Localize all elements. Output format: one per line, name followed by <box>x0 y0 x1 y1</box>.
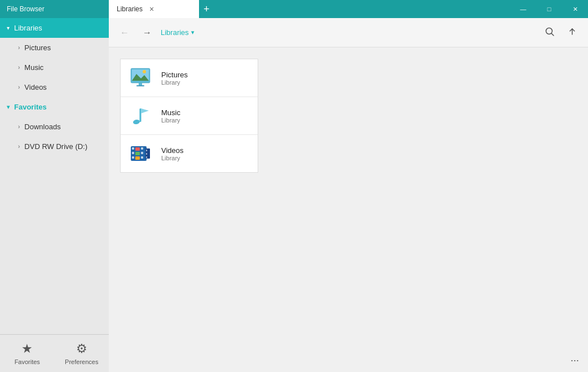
svg-point-10 <box>132 119 140 125</box>
star-icon: ★ <box>21 342 33 356</box>
library-item-pictures[interactable]: Pictures Library <box>121 59 258 97</box>
svg-rect-14 <box>132 152 134 154</box>
favorites-chevron-icon: ▾ <box>7 104 10 110</box>
tab-close-button[interactable]: × <box>149 5 154 13</box>
sidebar-item-dvd[interactable]: › DVD RW Drive (D:) <box>0 137 109 156</box>
svg-rect-18 <box>141 156 143 159</box>
music-info: Music Library <box>161 108 180 124</box>
tab-area: Libraries × + <box>109 0 510 18</box>
sidebar-item-videos[interactable]: › Videos <box>0 77 109 97</box>
forward-button[interactable]: → <box>138 24 156 42</box>
library-item-music[interactable]: Music Library <box>121 97 258 135</box>
sidebar-item-libraries[interactable]: ▾ Libraries <box>0 18 109 38</box>
minimize-button[interactable]: — <box>510 0 536 18</box>
more-options-button[interactable]: ··· <box>571 355 579 366</box>
sidebar-item-music[interactable]: › Music <box>0 58 109 77</box>
svg-rect-24 <box>146 153 147 155</box>
videos-info: Videos Library <box>161 146 184 161</box>
videos-chevron-icon: › <box>18 84 20 90</box>
sidebar-item-pictures[interactable]: › Pictures <box>0 38 109 58</box>
maximize-button[interactable]: □ <box>536 0 562 18</box>
tab-add-button[interactable]: + <box>199 4 214 14</box>
main-container: ▾ Libraries › Pictures › Music › Videos … <box>0 18 588 372</box>
preferences-bottom-button[interactable]: ⚙ Preferences <box>55 335 109 372</box>
close-button[interactable]: ✕ <box>562 0 588 18</box>
music-name: Music <box>161 108 180 117</box>
svg-rect-17 <box>141 152 143 154</box>
gear-icon: ⚙ <box>76 342 87 356</box>
svg-rect-5 <box>132 69 149 76</box>
tab-label: Libraries <box>117 5 143 13</box>
window-controls: — □ ✕ <box>510 0 588 18</box>
preferences-bottom-label: Preferences <box>65 358 98 365</box>
svg-rect-15 <box>132 156 134 159</box>
content-area: Pictures Library <box>109 47 588 372</box>
libraries-chevron-icon: ▾ <box>7 25 10 31</box>
svg-rect-25 <box>146 156 147 158</box>
videos-type: Library <box>161 155 184 161</box>
library-list: Pictures Library <box>120 59 258 173</box>
up-icon <box>567 27 577 39</box>
content-wrapper: ← → Libraries ▾ <box>109 18 588 372</box>
svg-point-7 <box>143 70 146 73</box>
svg-rect-21 <box>135 156 140 160</box>
sidebar-item-downloads[interactable]: › Downloads <box>0 117 109 137</box>
pictures-chevron-icon: › <box>18 45 20 51</box>
favorites-bottom-label: Favorites <box>15 358 40 365</box>
pictures-info: Pictures Library <box>161 71 188 86</box>
sidebar-bottom: ★ Favorites ⚙ Preferences <box>0 334 109 372</box>
downloads-chevron-icon: › <box>18 124 20 130</box>
svg-point-0 <box>546 28 552 34</box>
sidebar-section-favorites[interactable]: ▾ Favorites <box>0 97 109 117</box>
videos-icon <box>129 142 152 165</box>
svg-rect-20 <box>135 152 140 155</box>
sidebar-pictures-label: Pictures <box>24 43 51 52</box>
sidebar-dvd-label: DVD RW Drive (D:) <box>24 142 87 151</box>
pictures-icon <box>129 66 152 90</box>
back-button[interactable]: ← <box>116 24 134 42</box>
search-icon <box>545 27 555 39</box>
music-icon <box>129 104 152 128</box>
sidebar: ▾ Libraries › Pictures › Music › Videos … <box>0 18 109 372</box>
music-type: Library <box>161 117 180 124</box>
breadcrumb[interactable]: Libraries ▾ <box>161 28 194 37</box>
svg-rect-16 <box>141 147 143 150</box>
svg-rect-23 <box>146 150 147 151</box>
svg-rect-9 <box>136 85 144 86</box>
svg-rect-8 <box>139 83 142 85</box>
pictures-name: Pictures <box>161 71 188 79</box>
sidebar-favorites-label: Favorites <box>14 103 47 111</box>
sidebar-downloads-label: Downloads <box>24 122 60 131</box>
favorites-bottom-button[interactable]: ★ Favorites <box>0 335 55 372</box>
address-bar: ← → Libraries ▾ <box>109 18 588 47</box>
svg-line-1 <box>552 33 554 36</box>
pictures-type: Library <box>161 79 188 86</box>
svg-rect-13 <box>132 147 134 150</box>
videos-name: Videos <box>161 146 184 155</box>
breadcrumb-chevron-icon: ▾ <box>191 29 194 36</box>
title-bar: File Browser Libraries × + — □ ✕ <box>0 0 588 18</box>
app-name: File Browser <box>0 5 109 13</box>
music-chevron-icon: › <box>18 64 20 71</box>
breadcrumb-text: Libraries <box>161 28 189 37</box>
svg-rect-19 <box>135 147 140 151</box>
search-button[interactable] <box>541 24 559 42</box>
sidebar-music-label: Music <box>24 63 43 72</box>
up-button[interactable] <box>563 24 581 42</box>
sidebar-videos-label: Videos <box>24 83 47 91</box>
library-item-videos[interactable]: Videos Library <box>121 135 258 172</box>
dvd-chevron-icon: › <box>18 143 20 150</box>
tab-libraries[interactable]: Libraries × <box>109 0 199 18</box>
sidebar-libraries-label: Libraries <box>14 24 42 32</box>
